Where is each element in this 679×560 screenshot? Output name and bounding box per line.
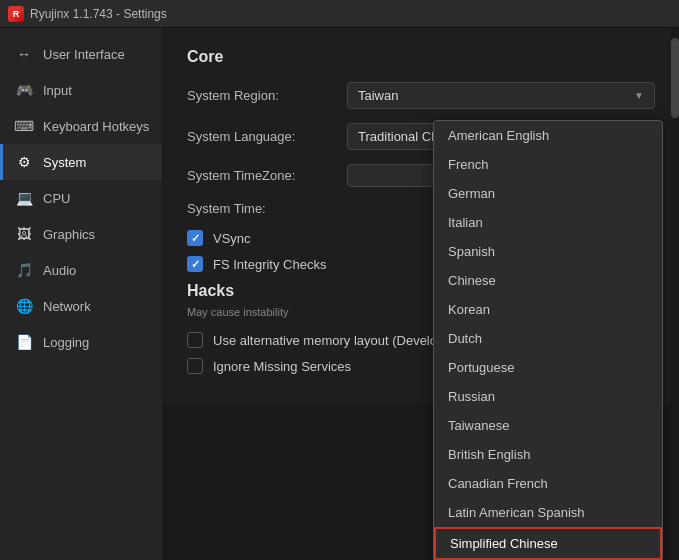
scrollbar-thumb[interactable]: [671, 38, 679, 118]
system-region-dropdown[interactable]: Taiwan ▼: [347, 82, 655, 109]
lang-option-portuguese[interactable]: Portuguese: [434, 353, 662, 382]
sidebar-label-system: System: [43, 155, 86, 170]
network-icon: 🌐: [15, 297, 33, 315]
language-dropdown-menu[interactable]: American English French German Italian S…: [433, 120, 663, 560]
system-region-label: System Region:: [187, 88, 347, 103]
lang-option-dutch[interactable]: Dutch: [434, 324, 662, 353]
cpu-icon: 💻: [15, 189, 33, 207]
vsync-label: VSync: [213, 231, 251, 246]
sidebar-item-audio[interactable]: 🎵 Audio: [0, 252, 162, 288]
lang-option-simplified-chinese[interactable]: Simplified Chinese: [434, 527, 662, 560]
lang-option-canadian-french[interactable]: Canadian French: [434, 469, 662, 498]
sidebar-label-logging: Logging: [43, 335, 89, 350]
alt-memory-label: Use alternative memory layout (Developer…: [213, 333, 460, 348]
lang-option-chinese[interactable]: Chinese: [434, 266, 662, 295]
fs-integrity-label: FS Integrity Checks: [213, 257, 326, 272]
sidebar-item-user-interface[interactable]: ↔ User Interface: [0, 36, 162, 72]
alt-memory-checkbox[interactable]: [187, 332, 203, 348]
logging-icon: 📄: [15, 333, 33, 351]
system-icon: ⚙: [15, 153, 33, 171]
lang-option-british-english[interactable]: British English: [434, 440, 662, 469]
core-section-title: Core: [187, 48, 655, 66]
user-interface-icon: ↔: [15, 45, 33, 63]
system-time-label: System Time:: [187, 201, 347, 216]
lang-option-german[interactable]: German: [434, 179, 662, 208]
lang-option-latin-american-spanish[interactable]: Latin American Spanish: [434, 498, 662, 527]
sidebar-label-network: Network: [43, 299, 91, 314]
sidebar-label-keyboard-hotkeys: Keyboard Hotkeys: [43, 119, 149, 134]
system-region-control: Taiwan ▼: [347, 82, 655, 109]
vsync-checkbox[interactable]: ✓: [187, 230, 203, 246]
titlebar-title: Ryujinx 1.1.743 - Settings: [30, 7, 167, 21]
system-language-label: System Language:: [187, 129, 347, 144]
sidebar: ↔ User Interface 🎮 Input ⌨ Keyboard Hotk…: [0, 28, 163, 560]
ignore-missing-checkbox[interactable]: [187, 358, 203, 374]
lang-option-russian[interactable]: Russian: [434, 382, 662, 411]
lang-option-taiwanese[interactable]: Taiwanese: [434, 411, 662, 440]
fs-integrity-checkbox[interactable]: ✓: [187, 256, 203, 272]
fs-integrity-check-mark: ✓: [191, 258, 200, 271]
system-region-value: Taiwan: [358, 88, 398, 103]
ignore-missing-label: Ignore Missing Services: [213, 359, 351, 374]
lang-option-french[interactable]: French: [434, 150, 662, 179]
sidebar-label-audio: Audio: [43, 263, 76, 278]
app-icon: R: [8, 6, 24, 22]
lang-option-spanish[interactable]: Spanish: [434, 237, 662, 266]
sidebar-label-user-interface: User Interface: [43, 47, 125, 62]
sidebar-item-cpu[interactable]: 💻 CPU: [0, 180, 162, 216]
keyboard-icon: ⌨: [15, 117, 33, 135]
sidebar-item-logging[interactable]: 📄 Logging: [0, 324, 162, 360]
audio-icon: 🎵: [15, 261, 33, 279]
sidebar-label-input: Input: [43, 83, 72, 98]
sidebar-item-graphics[interactable]: 🖼 Graphics: [0, 216, 162, 252]
sidebar-label-cpu: CPU: [43, 191, 70, 206]
sidebar-label-graphics: Graphics: [43, 227, 95, 242]
titlebar: R Ryujinx 1.1.743 - Settings: [0, 0, 679, 28]
vsync-check-mark: ✓: [191, 232, 200, 245]
lang-option-american-english[interactable]: American English: [434, 121, 662, 150]
sidebar-item-input[interactable]: 🎮 Input: [0, 72, 162, 108]
sidebar-item-system[interactable]: ⚙ System: [0, 144, 162, 180]
system-region-row: System Region: Taiwan ▼: [187, 82, 655, 109]
graphics-icon: 🖼: [15, 225, 33, 243]
region-dropdown-arrow: ▼: [634, 90, 644, 101]
scrollbar-track: [671, 28, 679, 560]
sidebar-item-network[interactable]: 🌐 Network: [0, 288, 162, 324]
input-icon: 🎮: [15, 81, 33, 99]
system-timezone-label: System TimeZone:: [187, 168, 347, 183]
lang-option-italian[interactable]: Italian: [434, 208, 662, 237]
lang-option-korean[interactable]: Korean: [434, 295, 662, 324]
sidebar-item-keyboard-hotkeys[interactable]: ⌨ Keyboard Hotkeys: [0, 108, 162, 144]
